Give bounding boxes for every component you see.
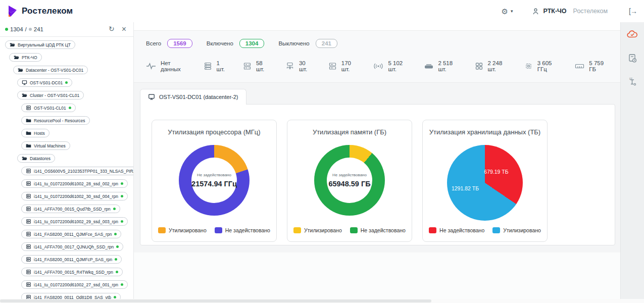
tab-datacenter[interactable]: OST-VS01-DC01 (datacenter-2) — [140, 89, 246, 105]
stack-icon — [26, 244, 31, 249]
metric-item: 2 518 шт. — [424, 60, 458, 72]
tree-row: i141_FAS8200_0011_Qd81D8_SAS_vtb — [21, 293, 133, 299]
pie-ring: Не задействовано65948.59 ГБ — [314, 145, 385, 216]
tree-row: OST-VS01-CL01 — [21, 104, 133, 113]
rostelecom-logo-icon — [6, 6, 17, 17]
tree-item[interactable]: Virtual Machines — [21, 141, 70, 150]
stack-icon — [26, 294, 31, 299]
tree-row: Cluster - OST-VS01-CL01 — [17, 91, 133, 100]
stack-icon — [26, 269, 31, 275]
tab-label: OST-VS01-DC01 (datacenter-2) — [159, 94, 238, 100]
legend-swatch-icon — [350, 227, 358, 233]
grid-icon — [475, 62, 483, 70]
tree-item[interactable]: i141_AFFA700_0015_Qud7tb_SSD_rpn — [21, 205, 120, 213]
tree-item-label: Virtual Machines — [34, 143, 66, 148]
tree-item-label: i141_FAS8200_0011_Qd81D8_SAS_vtb — [34, 295, 111, 299]
tree-item-label: i141_tu_01072200d61002_27_ssd_001_rpn — [34, 282, 118, 287]
rostelecom-logo: Ростелеком — [6, 6, 73, 17]
status-dot-icon — [115, 258, 117, 261]
stack-icon — [26, 282, 31, 287]
logout-button[interactable]: [→ — [629, 7, 637, 15]
refresh-button[interactable]: ↻ — [109, 25, 115, 33]
badge-value: 1569 — [167, 39, 192, 48]
donut-center: Не задействовано65948.59 ГБ — [327, 158, 372, 203]
inventory-sidebar: 1304 / 241 ↻ × Виртуальный ЦОД РТК ЦТРТК… — [0, 22, 134, 299]
center-label: Не задействовано — [332, 173, 367, 177]
legend-label: Не задействовано — [361, 227, 406, 233]
legend-item[interactable]: Утилизировано — [158, 227, 207, 233]
legend-swatch-icon — [492, 227, 500, 233]
legend-label: Утилизировано — [304, 227, 342, 233]
stack-icon — [26, 181, 31, 186]
badge-label: Включено — [207, 40, 233, 46]
chart-title: Утилизация процессора (МГц) — [168, 128, 260, 136]
tree-item-label: РТК-ЧО — [22, 55, 37, 60]
settings-button[interactable]: ⚙ ▾ — [502, 8, 513, 15]
tree-item[interactable]: OST-VS01-DC01 — [17, 78, 72, 87]
legend-label: Утилизировано — [503, 227, 541, 233]
tree-item[interactable]: i141_tu_01072200d61002_30_ssd_004_rpn — [21, 192, 128, 200]
tree-item-label: i141_tu_01072200d61002_30_ssd_004_rpn — [34, 194, 118, 199]
disabled-dot-icon — [29, 28, 32, 31]
status-dot-icon — [121, 283, 123, 286]
metric-item: Нет данных — [146, 60, 187, 72]
account-name: РТК-ЧО — [543, 8, 566, 15]
legend-item[interactable]: Утилизировано — [492, 227, 541, 233]
chart-title: Утилизация памяти (ГБ) — [313, 128, 386, 136]
tree-item[interactable]: i141_FAS8200_0011_QJMFce_SAS_rpn — [21, 230, 121, 238]
center-value: 65948.59 ГБ — [328, 180, 370, 188]
badge-value: 1304 — [239, 39, 265, 48]
folder-open-icon — [18, 67, 23, 73]
metric-value: 30 шт. — [299, 60, 312, 72]
tree-item[interactable]: i141_AFFA700_0015_R4TWkq_SSD_rpn — [21, 268, 123, 276]
status-dot-icon — [121, 195, 123, 197]
tree-item[interactable]: OST-VS01-CL01 — [21, 104, 76, 112]
metric-value: 2 248 шт. — [488, 60, 508, 72]
cloud-check-button[interactable] — [626, 28, 638, 40]
folder-open-icon — [10, 42, 15, 47]
close-sidebar-button[interactable]: × — [122, 25, 126, 33]
power-badge: Включено1304 — [207, 39, 265, 48]
tree-row: OST-VS01-DC01 — [17, 78, 133, 87]
scrollbar-thumb[interactable] — [0, 299, 431, 302]
chart-area: Не задействовано65948.59 ГБ — [314, 145, 385, 216]
stack-icon — [26, 193, 31, 199]
status-dot-icon — [121, 220, 123, 223]
tree-item[interactable]: Виртуальный ЦОД РТК ЦТ — [5, 40, 75, 49]
chart-area: Не задействовано21574.94 ГГц — [179, 145, 250, 216]
folder-icon — [26, 130, 31, 136]
tree-item[interactable]: i141_AFFA700_0017_QJNUQh_SSD_rpn — [21, 242, 123, 251]
stack-icon — [26, 257, 31, 262]
legend-item[interactable]: Утилизировано — [293, 227, 342, 233]
legend-item[interactable]: Не задействовано — [350, 227, 406, 233]
stack-icon — [26, 168, 31, 174]
tree-item[interactable]: ResourcePool - Resources — [21, 116, 90, 125]
badge-value: 241 — [316, 39, 337, 48]
horizontal-scrollbar[interactable] — [0, 299, 644, 303]
tree-row: Datastores — [17, 154, 133, 163]
tree-row: i141_tu_01072200d61002_27_ssd_001_rpn — [21, 280, 133, 289]
tree-item[interactable]: i141_FAS8200_0011_QJMFcP_SAS_rpn — [21, 255, 122, 264]
tree-item[interactable]: i141_tu_01072200d61002_28_ssd_002_rpn — [21, 179, 128, 188]
tree-item[interactable]: Hosts — [21, 129, 49, 137]
disabled-count: 241 — [34, 26, 43, 32]
hierarchy-button[interactable]: DT — [626, 76, 638, 88]
report-clock-button[interactable] — [626, 52, 638, 64]
legend-item[interactable]: Не задействовано — [429, 227, 484, 233]
tree-item[interactable]: i141_tu_01072200d61002_27_ssd_001_rpn — [21, 280, 128, 289]
legend-item[interactable]: Не задействовано — [215, 227, 270, 233]
tree-item[interactable]: Datastores — [17, 154, 55, 163]
tree-item[interactable]: Cluster - OST-VS01-CL01 — [17, 91, 84, 99]
tree-item[interactable]: i141_FAS8200_0011_Qd81D8_SAS_vtb — [21, 293, 121, 299]
tree-item[interactable]: i141_OS5600V5_2102353TPP01_333_NLSAS_PIR… — [21, 167, 133, 175]
tree-item[interactable]: i141_tu_01072200d61002_29_ssd_003_rpn — [21, 217, 128, 226]
tree-item[interactable]: Datacenter - OST-VS01-DC01 — [13, 66, 88, 74]
metric-value: 5 102 шт. — [388, 60, 408, 72]
legend-label: Не задействовано — [439, 227, 484, 233]
tree-row: i141_AFFA700_0015_Qud7tb_SSD_rpn — [21, 205, 133, 214]
tree-item[interactable]: РТК-ЧО — [9, 53, 42, 62]
chart-legend: УтилизированоНе задействовано — [293, 227, 406, 233]
metric-item: 5 759 ГБ — [575, 60, 608, 72]
metric-item: 3 605 ГГц — [524, 60, 559, 72]
tree-row: i141_tu_01072200d61002_30_ssd_004_rpn — [21, 192, 133, 201]
